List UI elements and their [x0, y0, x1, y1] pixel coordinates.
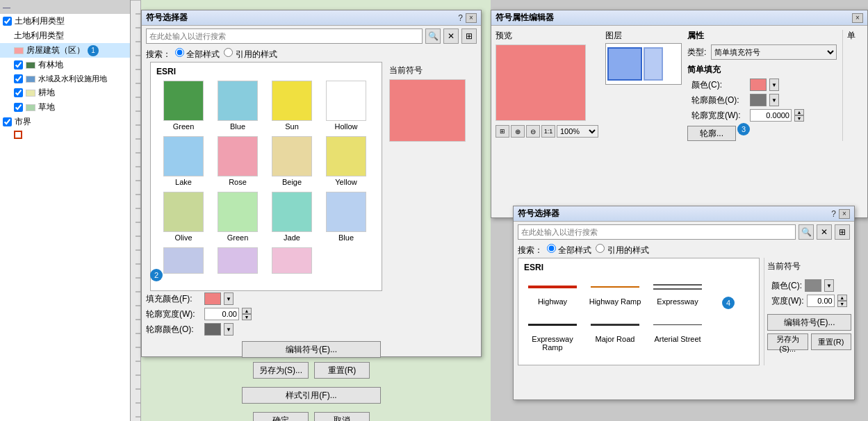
radio-all-1[interactable]: 全部样式: [175, 48, 220, 60]
sym-item-expressway[interactable]: Expressway: [646, 274, 709, 308]
layer-thumb-2[interactable]: [644, 47, 663, 81]
sym-item-jade[interactable]: Jade: [268, 192, 316, 242]
close-btn-prop[interactable]: ×: [852, 13, 863, 23]
layer-item-sub1[interactable]: 土地利用类型: [0, 28, 130, 43]
layer-item-forest[interactable]: 有林地: [0, 58, 130, 72]
layer-checkbox-group1[interactable]: [3, 17, 12, 26]
layer-item-grass[interactable]: 草地: [0, 100, 130, 115]
zoom-in-btn[interactable]: ⊕: [511, 125, 525, 138]
spin-up-2[interactable]: ▲: [837, 295, 847, 301]
search-input-1[interactable]: [146, 28, 423, 44]
sym-item-exp-ramp[interactable]: ExpresswayRamp: [521, 311, 584, 354]
save-as-btn-2[interactable]: 另存为(S)...: [767, 333, 808, 350]
sym-item-s14[interactable]: [213, 247, 262, 275]
sym-item-green[interactable]: Green: [159, 81, 208, 131]
outline-width-input-prop[interactable]: [750, 109, 792, 122]
layer-checkbox-farmland[interactable]: [14, 88, 23, 97]
radio-ref-input-1[interactable]: [224, 48, 233, 57]
search-input-2[interactable]: [518, 224, 796, 240]
edit-sym-btn-1[interactable]: 编辑符号(E)...: [242, 341, 381, 358]
sym-item-highway[interactable]: Highway: [521, 274, 584, 308]
reset-btn-2[interactable]: 重置(R): [811, 333, 852, 350]
grid-btn-2[interactable]: ⊞: [835, 224, 850, 240]
radio-all-2[interactable]: 全部样式: [547, 244, 591, 256]
layer-checkbox-water[interactable]: [14, 74, 23, 83]
close-btn-1[interactable]: ×: [466, 13, 477, 23]
layer-item-boundary[interactable]: 市界: [0, 115, 130, 129]
outline-color-dropdown[interactable]: ▼: [224, 323, 234, 336]
layer-item-housing[interactable]: 房屋建筑（区） 1: [0, 43, 130, 58]
sym-name-olive: Olive: [174, 233, 192, 242]
sym-item-yellow[interactable]: Yellow: [322, 136, 370, 186]
reset-btn-1[interactable]: 重置(R): [314, 362, 370, 379]
radio-ref-2[interactable]: 引用的样式: [596, 244, 648, 256]
radio-ref-1[interactable]: 引用的样式: [224, 48, 277, 60]
layer-item-line[interactable]: [0, 129, 130, 140]
color-swatch-2[interactable]: [805, 279, 821, 292]
layer-checkbox-grass[interactable]: [14, 103, 23, 112]
layer-item-farmland[interactable]: 耕地: [0, 85, 130, 100]
radio-ref-input-2[interactable]: [596, 244, 605, 253]
help-icon-2[interactable]: ?: [831, 209, 836, 219]
sym-item-beige[interactable]: Beige: [268, 136, 316, 186]
outline-color-dropdown-prop[interactable]: ▼: [769, 94, 779, 106]
actual-size-btn[interactable]: 1:1: [541, 125, 555, 138]
outline-color-swatch-prop[interactable]: [750, 94, 767, 106]
fill-color-swatch[interactable]: [204, 292, 221, 305]
sym-item-sun[interactable]: Sun: [268, 81, 316, 131]
fill-color-dropdown[interactable]: ▼: [224, 292, 234, 305]
save-reset-row: 另存为(S)... 重置(R): [142, 362, 481, 383]
edit-sym-btn-2[interactable]: 编辑符号(E)...: [767, 314, 851, 331]
spin-up-prop[interactable]: ▲: [794, 109, 804, 115]
sym-item-lake[interactable]: Lake: [159, 136, 208, 186]
spin-up-1[interactable]: ▲: [242, 308, 252, 314]
layer-checkbox-boundary[interactable]: [3, 117, 12, 126]
sym-item-s15[interactable]: [268, 247, 316, 275]
outline-btn[interactable]: 轮廓...: [687, 126, 736, 141]
close-btn-2[interactable]: ×: [839, 209, 850, 219]
sym-item-major-road[interactable]: Major Road: [584, 311, 646, 354]
sym-name-rose: Rose: [229, 178, 247, 186]
style-ref-row: 样式引用(F)...: [142, 383, 481, 408]
sym-item-hollow[interactable]: Hollow: [322, 81, 370, 131]
outline-color-swatch[interactable]: [204, 323, 221, 336]
fill-color-swatch-prop[interactable]: [750, 79, 767, 91]
zoom-out-btn[interactable]: ⊖: [526, 125, 540, 138]
zoom-fit-btn[interactable]: ⊞: [496, 125, 509, 138]
cancel-btn-1[interactable]: 取消: [314, 412, 370, 421]
width-input-2[interactable]: [807, 295, 835, 307]
search-btn-2[interactable]: 🔍: [799, 224, 814, 240]
grid-btn-1[interactable]: ⊞: [461, 28, 477, 44]
save-as-btn-1[interactable]: 另存为(S)...: [253, 362, 309, 379]
spin-down-1[interactable]: ▼: [242, 314, 252, 320]
color-dropdown-2[interactable]: ▼: [824, 279, 834, 292]
zoom-select[interactable]: 100%: [557, 125, 598, 138]
ok-btn-1[interactable]: 确定: [253, 412, 309, 421]
sym-item-olive[interactable]: Olive: [159, 192, 208, 242]
outline-width-input[interactable]: [204, 308, 239, 320]
sym-item-rose[interactable]: Rose: [213, 136, 262, 186]
badge-1: 1: [88, 45, 99, 56]
search-btn-1[interactable]: 🔍: [425, 28, 441, 44]
spin-down-prop[interactable]: ▼: [794, 115, 804, 122]
sym-item-green2[interactable]: Green: [213, 192, 262, 242]
radio-all-input-2[interactable]: [547, 244, 556, 253]
style-ref-btn-1[interactable]: 样式引用(F)...: [242, 387, 381, 404]
spin-down-2[interactable]: ▼: [837, 301, 847, 307]
sym-item-highway-ramp[interactable]: Highway Ramp: [584, 274, 646, 308]
layer-item-water[interactable]: 水域及水利设施用地: [0, 72, 130, 85]
type-select[interactable]: 简单填充符号: [711, 44, 837, 60]
layer-thumb-1[interactable]: [607, 47, 642, 81]
clear-btn-2[interactable]: ✕: [817, 224, 832, 240]
sym-item-arterial[interactable]: Arterial Street: [646, 311, 709, 354]
sym-item-blue1[interactable]: Blue: [213, 81, 262, 131]
radio-all-input-1[interactable]: [175, 48, 184, 57]
layer-item-group1[interactable]: 土地利用类型: [0, 14, 130, 28]
clear-btn-1[interactable]: ✕: [443, 28, 459, 44]
fill-color-dropdown-prop[interactable]: ▼: [769, 79, 779, 91]
layer-checkbox-forest[interactable]: [14, 60, 23, 69]
sym-item-blue2[interactable]: Blue: [322, 192, 370, 242]
help-icon-1[interactable]: ?: [458, 13, 463, 23]
sym-item-s13[interactable]: [159, 247, 208, 275]
sym-name-highway: Highway: [538, 297, 567, 306]
